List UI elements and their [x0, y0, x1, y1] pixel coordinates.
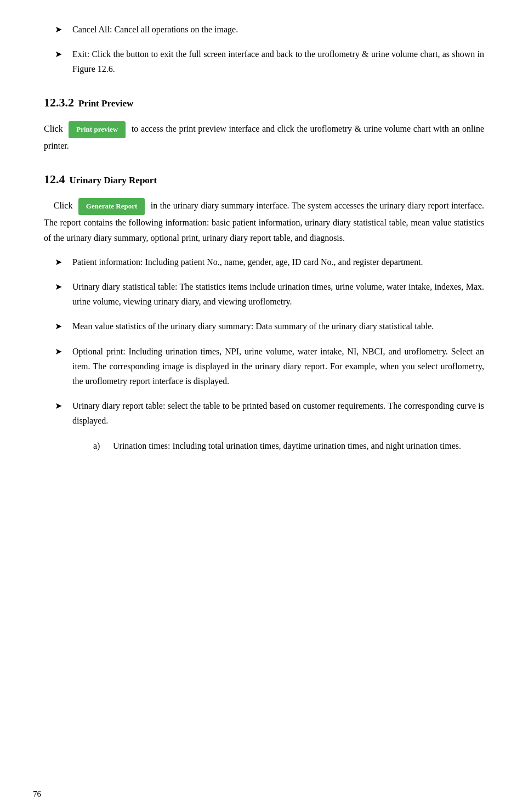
section-32-number: 12.3.2 [44, 92, 74, 112]
sub-bullet-text-urination: Urination times: Including total urinati… [113, 438, 484, 453]
section-32-heading: 12.3.2 Print Preview [44, 92, 484, 112]
bullet-cancel-all: ➤ Cancel All: Cancel all operations on t… [44, 22, 484, 37]
bullet-text-urinary-stats: Urinary diary statistical table: The sta… [72, 279, 484, 309]
section-4-number: 12.4 [44, 169, 65, 189]
bullet-text-cancel-all: Cancel All: Cancel all operations on the… [72, 22, 484, 37]
section-32-para: Click Print preview to access the print … [44, 121, 484, 154]
bullet-arrow-urinary-stats: ➤ [55, 279, 68, 309]
bullet-text-optional: Optional print: Including urination time… [72, 344, 484, 389]
bullet-arrow-mean: ➤ [55, 319, 68, 334]
print-preview-button[interactable]: Print preview [69, 121, 126, 138]
bullet-text-patient: Patient information: Including patient N… [72, 255, 484, 269]
bullet-text-exit: Exit: Click the button to exit the full … [72, 47, 484, 76]
bullet-exit: ➤ Exit: Click the button to exit the ful… [44, 47, 484, 76]
page-number: 76 [33, 787, 41, 802]
bullet-text-diary-table: Urinary diary report table: select the t… [72, 398, 484, 428]
section-4-title: Urinary Diary Report [70, 173, 157, 189]
section-32-click-prefix: Click [44, 124, 63, 133]
bullet-patient-info: ➤ Patient information: Including patient… [44, 255, 484, 269]
bullet-text-mean: Mean value statistics of the urinary dia… [72, 319, 484, 334]
generate-report-button[interactable]: Generate Report [78, 198, 145, 215]
bullet-arrow-diary-table: ➤ [55, 398, 68, 428]
bullet-arrow-optional: ➤ [55, 344, 68, 389]
section-4-click-prefix: Click [54, 201, 73, 210]
bullet-diary-report-table: ➤ Urinary diary report table: select the… [44, 398, 484, 428]
page-content: ➤ Cancel All: Cancel all operations on t… [44, 22, 484, 453]
section-32-title: Print Preview [78, 96, 133, 112]
bullet-arrow-1: ➤ [55, 22, 68, 37]
bullet-mean-value: ➤ Mean value statistics of the urinary d… [44, 319, 484, 334]
bullet-urinary-stats: ➤ Urinary diary statistical table: The s… [44, 279, 484, 309]
sub-bullet-urination-times: a) Urination times: Including total urin… [44, 438, 484, 453]
section-4-heading: 12.4 Urinary Diary Report [44, 169, 484, 189]
bullet-arrow-2: ➤ [55, 47, 68, 76]
bullet-optional-print: ➤ Optional print: Including urination ti… [44, 344, 484, 389]
sub-bullet-label-a: a) [93, 438, 110, 453]
bullet-arrow-patient: ➤ [55, 255, 68, 269]
section-4-intro-para: Click Generate Report in the urinary dia… [44, 198, 484, 246]
